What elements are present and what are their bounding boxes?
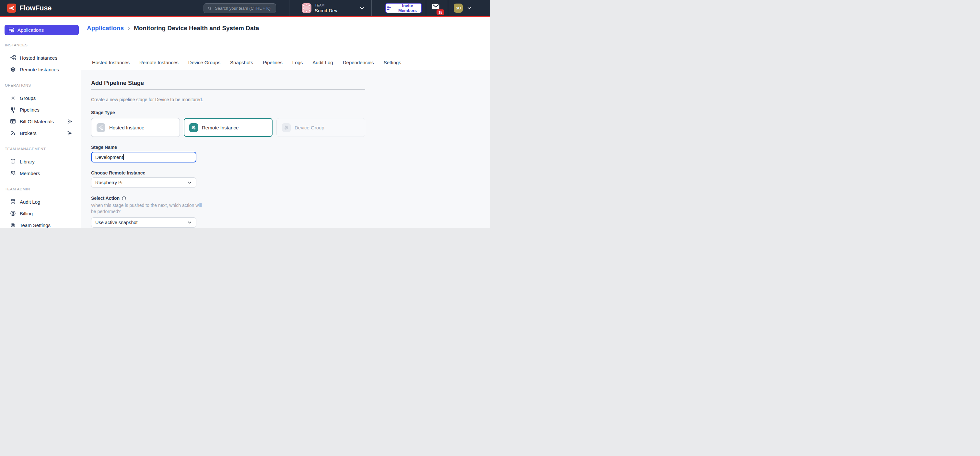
sidebar-item-label: Brokers <box>20 131 37 136</box>
team-search[interactable] <box>204 3 276 13</box>
billing-icon <box>10 210 16 217</box>
team-selector[interactable]: TEAM: Sumit-Dev <box>290 0 371 16</box>
sparkles-icon <box>67 130 73 136</box>
audit-log-icon <box>10 198 16 205</box>
sidebar-item-members[interactable]: Members <box>0 167 81 179</box>
tab-audit-log[interactable]: Audit Log <box>312 60 333 70</box>
flowfuse-logo-icon <box>7 3 16 13</box>
tab-device-groups[interactable]: Device Groups <box>188 60 220 70</box>
stage-type-option-label: Device Group <box>294 125 325 131</box>
search-icon <box>207 6 212 11</box>
stage-type-option-label: Remote Instance <box>202 125 239 131</box>
chevron-down-icon <box>359 5 365 11</box>
title-divider <box>91 89 365 90</box>
text-caret <box>123 155 124 160</box>
breadcrumb: Applications Monitoring Device Health an… <box>87 25 259 32</box>
tab-logs[interactable]: Logs <box>292 60 303 70</box>
sidebar-item-bill-of-materials[interactable]: Bill Of Materials <box>0 115 81 127</box>
chevron-down-icon[interactable] <box>467 5 472 11</box>
brand[interactable]: FlowFuse <box>7 0 51 16</box>
team-label: TEAM: <box>315 3 337 7</box>
pipelines-icon <box>10 106 16 113</box>
notifications-button[interactable]: 15 <box>431 3 444 14</box>
members-icon <box>10 170 16 177</box>
sidebar-item-library[interactable]: Library <box>0 156 81 167</box>
sidebar-item-label: Hosted Instances <box>20 55 57 61</box>
stage-type-label: Stage Type <box>91 110 365 115</box>
hosted-instances-icon <box>10 54 16 61</box>
choose-remote-instance-label: Choose Remote Instance <box>91 170 365 175</box>
stage-name-value: Development <box>95 155 123 160</box>
bill-of-materials-icon <box>10 118 16 124</box>
stage-type-hosted-instance[interactable]: Hosted Instance <box>91 118 180 137</box>
notification-badge: 15 <box>436 10 444 15</box>
navbar-right-cluster: TEAM: Sumit-Dev In <box>289 0 490 16</box>
team-name: Sumit-Dev <box>315 8 337 13</box>
team-settings-icon <box>10 222 16 228</box>
remote-instance-icon <box>189 123 198 132</box>
tab-snapshots[interactable]: Snapshots <box>230 60 253 70</box>
library-icon <box>10 158 16 165</box>
main-area: Applications Monitoring Device Health an… <box>81 18 490 228</box>
action-selected-value: Use active snapshot <box>95 220 138 225</box>
sidebar-item-applications[interactable]: Applications <box>5 25 79 35</box>
remote-instance-selected-value: Raspberry Pi <box>95 180 123 185</box>
action-select[interactable]: Use active snapshot <box>91 217 196 228</box>
sidebar-section-team-admin: TEAM ADMIN Audit Log <box>0 186 81 228</box>
sidebar-item-label: Library <box>20 159 35 164</box>
sidebar-item-label: Groups <box>20 96 36 101</box>
sidebar-item-label: Team Settings <box>20 223 51 228</box>
tab-dependencies[interactable]: Dependencies <box>343 60 374 70</box>
invite-members-label: Invite Members <box>394 3 421 13</box>
stage-type-option-label: Hosted Instance <box>109 125 144 131</box>
sidebar-item-pipelines[interactable]: Pipelines <box>0 104 81 115</box>
sidebar-section-title: TEAM ADMIN <box>0 186 81 192</box>
sidebar-item-billing[interactable]: Billing <box>0 207 81 219</box>
select-action-label-text: Select Action <box>91 196 119 201</box>
select-action-description: When this stage is pushed to the next, w… <box>91 202 207 215</box>
groups-icon <box>10 95 16 101</box>
remote-instance-select[interactable]: Raspberry Pi <box>91 177 196 188</box>
sidebar-item-label: Bill Of Materials <box>20 119 54 124</box>
stage-type-device-group: Device Group <box>277 118 365 137</box>
user-initials: SU <box>456 6 461 10</box>
navbar-divider <box>426 0 426 16</box>
form-description: Create a new pipeline stage for Device t… <box>91 97 365 102</box>
tab-pipelines[interactable]: Pipelines <box>263 60 283 70</box>
sidebar-item-brokers[interactable]: Brokers <box>0 127 81 139</box>
page-title: Monitoring Device Health and System Data <box>134 25 259 32</box>
select-action-label: Select Action <box>91 196 365 201</box>
device-group-icon <box>282 123 291 132</box>
sidebar-item-label: Pipelines <box>20 107 40 113</box>
stage-name-input[interactable]: Development <box>91 152 196 163</box>
sparkles-icon <box>67 118 73 124</box>
search-input[interactable] <box>215 6 272 11</box>
tab-settings[interactable]: Settings <box>384 60 401 70</box>
navbar-divider <box>371 0 372 16</box>
form-title: Add Pipeline Stage <box>91 80 365 87</box>
stage-type-remote-instance[interactable]: Remote Instance <box>184 118 272 137</box>
sidebar-item-team-settings[interactable]: Team Settings <box>0 219 81 228</box>
user-avatar[interactable]: SU <box>454 3 463 13</box>
breadcrumb-applications-link[interactable]: Applications <box>87 25 124 32</box>
sidebar-section-title: INSTANCES <box>0 42 81 48</box>
sidebar-item-remote-instances[interactable]: Remote Instances <box>0 64 81 75</box>
sidebar-item-label: Members <box>20 171 40 176</box>
sidebar-item-hosted-instances[interactable]: Hosted Instances <box>0 52 81 64</box>
app-window: FlowFuse <box>0 0 490 228</box>
brokers-icon <box>10 130 16 136</box>
tab-remote-instances[interactable]: Remote Instances <box>139 60 178 70</box>
brand-name: FlowFuse <box>19 4 51 12</box>
tab-hosted-instances[interactable]: Hosted Instances <box>92 60 130 70</box>
sidebar-item-label: Applications <box>18 27 44 33</box>
person-plus-icon <box>386 5 391 11</box>
invite-members-button[interactable]: Invite Members <box>385 3 422 13</box>
info-icon[interactable] <box>121 196 126 201</box>
pipeline-stage-form-panel: Add Pipeline Stage Create a new pipeline… <box>81 70 490 228</box>
chevron-down-icon <box>187 180 192 185</box>
sidebar-item-audit-log[interactable]: Audit Log <box>0 196 81 207</box>
navbar-divider <box>448 0 448 16</box>
sidebar-section-title: TEAM MANAGEMENT <box>0 146 81 152</box>
sidebar-item-groups[interactable]: Groups <box>0 92 81 104</box>
stage-type-options: Hosted Instance Remote Instance <box>91 118 365 137</box>
